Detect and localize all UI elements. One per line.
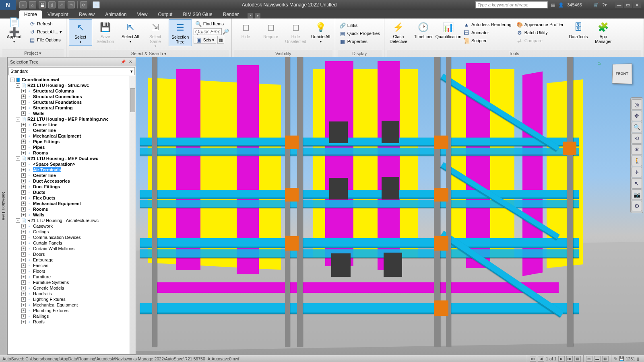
unhide-all-button[interactable]: 💡Unhide All▾ bbox=[309, 19, 332, 45]
hide-unselected-button[interactable]: ◻Hide Unselected bbox=[284, 19, 308, 45]
tab-render[interactable]: Render bbox=[218, 10, 244, 19]
nav-settings-icon[interactable]: ⚙ bbox=[632, 201, 642, 211]
tree-row[interactable]: +▫Floors bbox=[8, 268, 136, 274]
tree-expander-icon[interactable]: + bbox=[21, 292, 26, 296]
tree-expander-icon[interactable]: + bbox=[21, 202, 26, 206]
selection-tree-button[interactable]: ☰ Selection Tree bbox=[169, 19, 192, 46]
tree-scrollbar[interactable] bbox=[130, 76, 136, 354]
qat-pointer-icon[interactable]: ➤ bbox=[93, 1, 100, 8]
quick-find-input[interactable] bbox=[194, 28, 222, 35]
tree-row[interactable]: +▫Plumbing Fixtures bbox=[8, 308, 136, 313]
tree-expander-icon[interactable]: + bbox=[21, 190, 26, 195]
tree-expander-icon[interactable]: - bbox=[16, 83, 20, 88]
tree-row[interactable]: +▫Communication Devices bbox=[8, 234, 136, 240]
tab-bim360glue[interactable]: BIM 360 Glue bbox=[178, 10, 217, 19]
autodesk-rendering-button[interactable]: ▲Autodesk Rendering bbox=[462, 21, 513, 28]
panel-header[interactable]: Selection Tree 📌 ✕ bbox=[8, 58, 136, 66]
render-mode3-icon[interactable]: ▦ bbox=[602, 356, 609, 362]
tree-expander-icon[interactable]: + bbox=[21, 185, 26, 189]
tree-expander-icon[interactable]: + bbox=[21, 134, 26, 138]
tree-mode-dropdown[interactable]: Standard ▾ bbox=[8, 67, 135, 75]
appearance-profiler-button[interactable]: 🎨Appearance Profiler bbox=[515, 21, 565, 28]
tree-expander-icon[interactable]: + bbox=[21, 151, 26, 155]
tree-expander-icon[interactable]: + bbox=[21, 235, 26, 240]
reset-all-button[interactable]: ↺Reset All... ▾ bbox=[27, 28, 64, 35]
qat-undo-icon[interactable]: ↶ bbox=[58, 1, 65, 8]
tree-expander-icon[interactable]: + bbox=[21, 275, 26, 279]
qat-new-icon[interactable]: ▫ bbox=[19, 1, 27, 8]
tree-row[interactable]: +▫Rooms bbox=[8, 206, 136, 212]
tree-row[interactable]: +▫Fascias bbox=[8, 263, 136, 268]
tree-row[interactable]: +▫Walls bbox=[8, 212, 136, 218]
tree-row[interactable]: +▫Mechanical Equipment bbox=[8, 201, 136, 206]
tree-row[interactable]: -📄R21 LTU Housing - MEP Plumbing.nwc bbox=[8, 116, 136, 122]
3d-viewport[interactable]: ⌂ FRONT ◎ ✥ 🔍 ⟲ 👁 🚶 ✈ ↖ 📷 ⚙ bbox=[136, 57, 644, 355]
quick-find-go-icon[interactable]: 🔎 bbox=[223, 29, 229, 35]
tree-row[interactable]: +▫Duct Fittings bbox=[8, 184, 136, 189]
qat-refresh-icon[interactable]: ⟳ bbox=[80, 1, 87, 8]
viewcube-home-icon[interactable]: ⌂ bbox=[597, 60, 604, 66]
tree-row[interactable]: +▫Structural Framing bbox=[8, 105, 136, 111]
sheet-prev-icon[interactable]: ◀ bbox=[538, 356, 544, 362]
tree-row[interactable]: +▫Furniture bbox=[8, 274, 136, 280]
file-options-button[interactable]: ▤File Options bbox=[27, 36, 64, 43]
tree-row[interactable]: +▫Air Terminals bbox=[8, 167, 136, 173]
tree-row[interactable]: -📄R21 LTU Housing - MEP Duct.nwc bbox=[8, 156, 136, 161]
ribbon-overflow-icon[interactable]: • bbox=[248, 13, 253, 19]
tab-view[interactable]: View bbox=[132, 10, 153, 19]
minimize-button[interactable]: — bbox=[615, 2, 623, 8]
select-button[interactable]: ↖ Select ▾ bbox=[69, 19, 92, 46]
qat-print-icon[interactable]: ⎙ bbox=[48, 1, 56, 8]
tree-row[interactable]: +▫Ceilings bbox=[8, 229, 136, 234]
tree-expander-icon[interactable]: + bbox=[21, 230, 26, 234]
datatools-button[interactable]: 🗄DataTools bbox=[567, 19, 590, 41]
qat-redo-icon[interactable]: ↷ bbox=[68, 1, 75, 8]
tree-row[interactable]: +▫Pipes bbox=[8, 144, 136, 150]
tree-expander-icon[interactable]: - bbox=[10, 78, 14, 82]
tree-expander-icon[interactable]: + bbox=[21, 252, 26, 257]
tree-row[interactable]: -📄R21 LTU Housing - Struc.nwc bbox=[8, 82, 136, 88]
clash-detective-button[interactable]: ⚡Clash Detective bbox=[387, 19, 410, 45]
tree-expander-icon[interactable]: + bbox=[21, 286, 26, 290]
nav-pan-icon[interactable]: ✥ bbox=[632, 111, 642, 121]
tree-row[interactable]: +▫Structural Connections bbox=[8, 94, 136, 99]
tree-expander-icon[interactable]: + bbox=[21, 111, 26, 116]
tree-expander-icon[interactable]: + bbox=[21, 100, 26, 105]
panel-pin-icon[interactable]: 📌 bbox=[120, 59, 126, 65]
nav-walk-icon[interactable]: 🚶 bbox=[632, 156, 642, 166]
tree-row[interactable]: +▫Roofs bbox=[8, 319, 136, 325]
tree-row[interactable]: +▫Handrails bbox=[8, 291, 136, 296]
tree-expander-icon[interactable]: + bbox=[21, 213, 26, 217]
sheet-browser-icon[interactable]: ▦ bbox=[574, 356, 581, 362]
tree-row[interactable]: +▫Structural Foundations bbox=[8, 99, 136, 105]
render-mode2-icon[interactable]: ▬ bbox=[594, 356, 601, 362]
sheet-last-icon[interactable]: ⏭ bbox=[566, 356, 573, 362]
sets-button[interactable]: ▣Sets ▾ bbox=[194, 36, 217, 44]
tab-viewpoint[interactable]: Viewpoint bbox=[43, 10, 73, 19]
hide-button[interactable]: ◻Hide bbox=[234, 19, 258, 41]
tree-row[interactable]: +▫Duct Accessories bbox=[8, 178, 136, 184]
qat-save-icon[interactable]: 💾 bbox=[39, 1, 46, 8]
tree-row[interactable]: -📘Coordination.nwd bbox=[8, 77, 136, 82]
compare-button[interactable]: ⇄Compare bbox=[515, 37, 565, 44]
group-label-select-search[interactable]: Select & Search ▾ bbox=[69, 50, 229, 57]
scripter-button[interactable]: 📜Scripter bbox=[462, 37, 513, 44]
tree-expander-icon[interactable]: + bbox=[21, 314, 26, 319]
tree-expander-icon[interactable]: + bbox=[21, 196, 26, 200]
tree-row[interactable]: -📄R21 LTU Housing - Architecture.nwc bbox=[8, 218, 136, 223]
sets-panel-icon[interactable]: ▦ bbox=[217, 36, 224, 44]
cart-icon[interactable]: 🛒 bbox=[593, 2, 599, 8]
nav-camera-icon[interactable]: 📷 bbox=[632, 189, 642, 200]
tab-animation[interactable]: Animation bbox=[100, 10, 131, 19]
tree-expander-icon[interactable]: + bbox=[21, 168, 26, 172]
tree-row[interactable]: +▫Casework bbox=[8, 223, 136, 229]
viewcube-face[interactable]: FRONT bbox=[612, 64, 632, 84]
nav-fly-icon[interactable]: ✈ bbox=[632, 167, 642, 177]
nav-zoom-icon[interactable]: 🔍 bbox=[632, 122, 642, 132]
save-selection-button[interactable]: 💾 Save Selection bbox=[94, 19, 117, 45]
links-button[interactable]: 🔗Links bbox=[338, 22, 382, 29]
scrollbar-thumb[interactable] bbox=[130, 88, 135, 112]
sheet-first-icon[interactable]: ⏮ bbox=[530, 356, 536, 362]
ribbon-expand-icon[interactable]: ▾ bbox=[255, 13, 260, 19]
tab-review[interactable]: Review bbox=[74, 10, 99, 19]
